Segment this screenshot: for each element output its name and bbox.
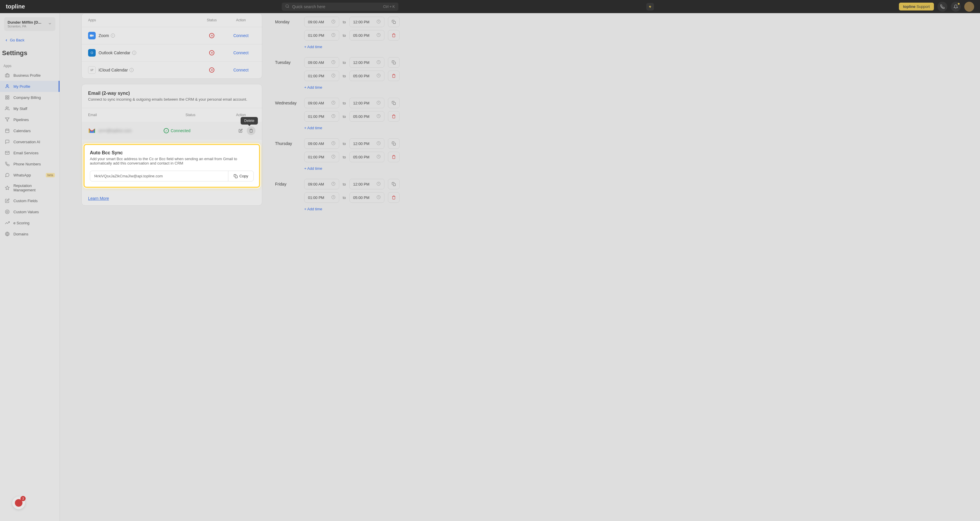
clock-icon	[377, 114, 381, 119]
time-to-input[interactable]: 12:00 PM	[349, 138, 384, 149]
svg-rect-28	[393, 62, 396, 64]
delete-slot-button[interactable]	[388, 70, 399, 81]
support-button[interactable]: topline Support	[899, 3, 934, 11]
sidebar-item-scoring[interactable]: e Scoring	[0, 217, 59, 228]
sidebar-item-custom-fields[interactable]: Custom Fields	[0, 195, 59, 206]
to-label: to	[343, 155, 346, 159]
time-to-input[interactable]: 05:00 PM	[349, 30, 384, 41]
connect-button[interactable]: Connect	[233, 51, 248, 55]
float-widget[interactable]: 3	[12, 497, 25, 509]
copy-slot-button[interactable]	[388, 179, 399, 189]
sidebar-item-whatsapp[interactable]: WhatsAppbeta	[0, 169, 59, 180]
apps-card: Apps Status Action Zoom i ✕ Connect O	[81, 13, 262, 79]
add-time-button[interactable]: + Add time	[304, 165, 438, 172]
avatar[interactable]	[964, 2, 974, 12]
sidebar-item-calendars[interactable]: Calendars	[0, 125, 59, 136]
connect-button[interactable]: Connect	[233, 68, 248, 72]
beta-badge: beta	[46, 173, 55, 177]
svg-marker-14	[5, 186, 9, 190]
connect-button[interactable]: Connect	[233, 33, 248, 38]
copy-slot-button[interactable]	[388, 138, 399, 149]
time-to-input[interactable]: 05:00 PM	[349, 111, 384, 122]
time-from-input[interactable]: 01:00 PM	[304, 192, 339, 203]
location-sub: Scranton, PA	[8, 24, 41, 28]
go-back-link[interactable]: Go Back	[0, 35, 59, 45]
info-icon[interactable]: i	[132, 51, 136, 55]
time-to-input[interactable]: 12:00 PM	[349, 17, 384, 27]
header-status: Status	[186, 113, 226, 117]
time-from-input[interactable]: 01:00 PM	[304, 111, 339, 122]
bolt-button[interactable]	[646, 3, 654, 11]
copy-button[interactable]: Copy	[228, 171, 253, 181]
add-time-button[interactable]: + Add time	[304, 43, 438, 50]
bcc-sync-card: Auto Bcc Sync Add your smart Bcc address…	[83, 144, 260, 188]
learn-more-link[interactable]: Learn More	[88, 192, 262, 203]
search-input[interactable]: Quick search here Ctrl + K	[282, 3, 398, 11]
briefcase-icon	[5, 73, 10, 78]
delete-slot-button[interactable]	[388, 152, 399, 162]
sidebar-item-pipelines[interactable]: Pipelines	[0, 114, 59, 125]
delete-slot-button[interactable]	[388, 111, 399, 122]
copy-slot-button[interactable]	[388, 17, 399, 27]
add-time-button[interactable]: + Add time	[304, 124, 438, 131]
delete-slot-button[interactable]	[388, 30, 399, 41]
location-name: Dunder Mifflin [D...	[8, 20, 41, 24]
sidebar-item-my-staff[interactable]: My Staff	[0, 103, 59, 114]
time-from-input[interactable]: 09:00 AM	[304, 98, 339, 108]
location-selector[interactable]: Dunder Mifflin [D... Scranton, PA	[4, 17, 56, 31]
time-from-input[interactable]: 09:00 AM	[304, 57, 339, 68]
to-label: to	[343, 61, 346, 65]
app-row-outlook: O Outlook Calendar i ✕ Connect	[82, 44, 262, 61]
clock-icon	[331, 182, 336, 187]
edit-button[interactable]	[236, 126, 245, 135]
copy-slot-button[interactable]	[388, 98, 399, 108]
phone-icon	[5, 161, 10, 167]
clock-icon	[377, 141, 381, 146]
globe-icon	[5, 231, 10, 237]
gmail-icon	[88, 128, 95, 134]
time-from-input[interactable]: 09:00 AM	[304, 179, 339, 189]
clock-icon	[377, 155, 381, 159]
time-to-input[interactable]: 05:00 PM	[349, 192, 384, 203]
time-from-input[interactable]: 01:00 PM	[304, 30, 339, 41]
time-to-input[interactable]: 12:00 PM	[349, 179, 384, 189]
sidebar-item-business-profile[interactable]: Business Profile	[0, 70, 59, 81]
info-icon[interactable]: i	[111, 33, 115, 38]
day-name: Wednesday	[275, 98, 304, 105]
add-time-button[interactable]: + Add time	[304, 84, 438, 91]
delete-button[interactable]: Delete	[247, 126, 256, 135]
sidebar-item-my-profile[interactable]: My Profile	[0, 81, 59, 92]
bcc-title: Auto Bcc Sync	[90, 150, 254, 156]
sidebar-item-reputation[interactable]: Reputation Management	[0, 180, 59, 195]
time-to-input[interactable]: 05:00 PM	[349, 70, 384, 81]
clock-icon	[377, 100, 381, 105]
time-from-input[interactable]: 09:00 AM	[304, 138, 339, 149]
time-from-input[interactable]: 09:00 AM	[304, 17, 339, 27]
add-time-button[interactable]: + Add time	[304, 206, 438, 212]
delete-slot-button[interactable]	[388, 192, 399, 203]
sidebar-item-custom-values[interactable]: Custom Values	[0, 206, 59, 217]
sidebar-item-email-services[interactable]: Email Services	[0, 147, 59, 158]
clock-icon	[331, 155, 336, 159]
sidebar-item-phone-numbers[interactable]: Phone Numbers	[0, 158, 59, 169]
time-from-input[interactable]: 01:00 PM	[304, 152, 339, 162]
sidebar-item-domains[interactable]: Domains	[0, 228, 59, 239]
edit-icon	[5, 198, 10, 203]
time-to-input[interactable]: 12:00 PM	[349, 57, 384, 68]
header-status: Status	[197, 18, 226, 22]
sidebar-item-conversation-ai[interactable]: Conversation AI	[0, 136, 59, 147]
info-icon[interactable]: i	[129, 68, 134, 72]
time-from-input[interactable]: 01:00 PM	[304, 70, 339, 81]
phone-icon[interactable]	[937, 2, 947, 12]
copy-slot-button[interactable]	[388, 57, 399, 68]
time-to-input[interactable]: 05:00 PM	[349, 152, 384, 162]
bell-icon[interactable]	[951, 2, 961, 12]
svg-point-15	[5, 210, 9, 213]
connected-badge: ✓ Connected	[164, 128, 191, 133]
clock-icon	[331, 73, 336, 78]
app-row-zoom: Zoom i ✕ Connect	[82, 27, 262, 44]
to-label: to	[343, 114, 346, 119]
time-to-input[interactable]: 12:00 PM	[349, 98, 384, 108]
sidebar-item-company-billing[interactable]: Company Billing	[0, 92, 59, 103]
bcc-address-input[interactable]: f4rkiVQsxJaZlkCmaJIw@api.topline.com	[90, 171, 228, 181]
